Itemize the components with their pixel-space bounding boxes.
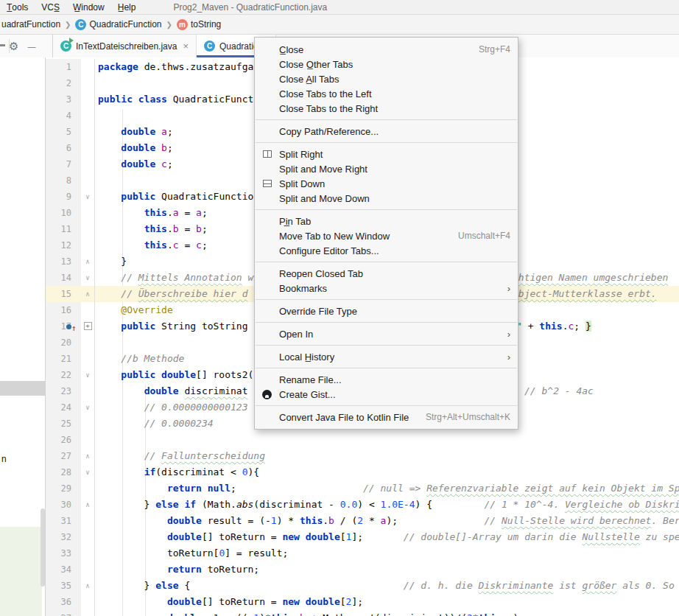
code-token: b (196, 223, 202, 234)
menu-item-override-file-type[interactable]: Override File Type (255, 304, 518, 318)
code-token: chtigen Namen umgeschrieben (513, 272, 668, 283)
fold-marker[interactable]: + (81, 318, 95, 335)
code-token: double (144, 385, 185, 396)
fold-marker[interactable]: ∧ (81, 497, 95, 513)
fold-marker[interactable]: ∧ (81, 578, 95, 594)
code-line[interactable]: 26 (46, 432, 679, 448)
project-panel-selected-row[interactable] (0, 381, 46, 396)
code-text: } else { // d. h. die Diskriminante ist … (95, 578, 679, 594)
code-token: QuadraticFunction( (161, 191, 265, 202)
code-token (98, 304, 121, 315)
code-token: // 0.0000000000123 (144, 402, 248, 413)
menu-item-close-tabs-to-the-left[interactable]: Close Tabs to the Left (255, 86, 518, 101)
code-line[interactable]: 29 return null; // null => Referenzvaria… (46, 480, 679, 497)
menubar-item[interactable]: W̲indow (66, 2, 111, 13)
breadcrumb-item[interactable]: mtoString (175, 19, 222, 30)
menu-item-label: Split and Move Right (279, 164, 510, 175)
code-token: + (522, 321, 539, 332)
code-token: . (502, 612, 507, 616)
menubar-item[interactable]: VCS̲ (35, 2, 66, 13)
menu-item-pi-n-tab[interactable]: Pi̲n Tab (255, 214, 518, 228)
menu-item-copy-path-reference-[interactable]: Copy Path/Reference... (255, 124, 518, 139)
code-line[interactable]: 35∧ } else { // d. h. die Diskriminante … (46, 578, 679, 594)
fold-marker[interactable]: ∨ (81, 464, 95, 480)
code-token: . (167, 239, 173, 251)
breadcrumb-item[interactable]: uadratFunction (0, 19, 62, 29)
code-line[interactable]: 34 return toReturn; (46, 561, 679, 578)
menu-item-bookmarks[interactable]: Bookmarks› (255, 281, 518, 295)
menu-item-local-h-istory[interactable]: Local H̲istory› (255, 349, 518, 364)
line-number: 26 (46, 432, 81, 448)
code-line[interactable]: 32 double[] toReturn = new double[1]; //… (46, 529, 679, 545)
code-token: new double (282, 531, 340, 542)
fold-marker[interactable]: ∧ (81, 286, 95, 302)
code-token (98, 385, 144, 396)
code-token (98, 142, 121, 153)
code-token: this (144, 239, 167, 251)
menu-item-label: Rename File... (279, 374, 510, 385)
menu-item-split-down[interactable]: Split Down (255, 176, 518, 191)
code-line[interactable]: 36 double[] toReturn = new double[2]; (46, 594, 679, 610)
line-number: 32 (46, 529, 81, 545)
code-line[interactable]: 30∧ } else if (Math.abs(discriminat - 0.… (46, 497, 679, 513)
menubar-item[interactable]: H̲elp (111, 2, 143, 13)
menu-item-convert-java-file-to-kotlin-file[interactable]: Convert Java File to Kotlin FileStrg+Alt… (255, 410, 518, 424)
code-line[interactable]: 37 double x1 = ((-1)*this.b + Math.sqrt(… (46, 610, 679, 616)
fold-gutter (81, 432, 95, 448)
hide-panel-icon[interactable]: — (27, 42, 35, 51)
close-tab-icon[interactable]: × (183, 41, 189, 52)
fold-marker[interactable]: ∧ (81, 448, 95, 464)
menu-item-reopen-closed-tab[interactable]: Reopen Closed Tab (255, 266, 518, 281)
project-panel[interactable]: n (0, 57, 46, 616)
menu-item-close-a-ll-tabs[interactable]: Close A̲ll Tabs (255, 71, 518, 86)
code-token: if (144, 466, 156, 477)
tab-context-menu: C̲loseStrg+F4Close O̲ther TabsClose A̲ll… (254, 37, 518, 430)
editor-tab[interactable]: CInTextDateischreiben.java× (53, 35, 197, 57)
submenu-arrow-icon: › (502, 351, 510, 363)
fold-marker[interactable]: ∨ (81, 270, 95, 286)
override-method-icon[interactable]: ↑ (66, 321, 80, 332)
menu-item-rename-file-[interactable]: Rename File... (255, 372, 518, 387)
gear-icon[interactable]: ⚙ (9, 40, 18, 53)
folded-region-icon[interactable]: + (84, 322, 92, 330)
project-panel-scrollbar[interactable] (41, 508, 45, 587)
menu-item-move-tab-to-new-window[interactable]: Move Tab to New WindowUmschalt+F4 (255, 228, 518, 243)
fold-marker[interactable]: ∨ (81, 189, 95, 205)
menubar-item[interactable]: T̲ools (0, 2, 35, 13)
code-token (98, 288, 121, 299)
line-number: 10 (46, 205, 81, 221)
code-token: public (121, 191, 161, 202)
code-token (98, 612, 167, 616)
fold-marker[interactable]: ∨ (81, 399, 95, 416)
breadcrumb-item[interactable]: CQuadraticFunction (74, 19, 163, 30)
code-line[interactable]: 31 double result = (-1) * this.b / (2 * … (46, 513, 679, 529)
menu-item-close-o-ther-tabs[interactable]: Close O̲ther Tabs (255, 57, 518, 71)
code-token: x1 = ((- (208, 612, 254, 616)
code-token: c (196, 239, 202, 251)
code-line[interactable]: 27∧ // Fallunterscheidung (46, 448, 679, 464)
fold-marker[interactable]: ∧ (81, 253, 95, 270)
code-token: [] toReturn = (202, 531, 283, 542)
menu-item-c-lose[interactable]: C̲loseStrg+F4 (255, 42, 518, 57)
code-line[interactable]: 33 toReturn[0] = result; (46, 545, 679, 561)
code-token: this (539, 321, 562, 332)
menu-item-split-and-move-right[interactable]: Split and Move Right (255, 161, 518, 176)
menu-item-label: Close Tabs to the Right (279, 103, 510, 114)
code-token (98, 466, 144, 477)
menu-item-label: Create Gist... (279, 389, 510, 400)
menu-item-open-in[interactable]: Open In› (255, 326, 518, 341)
code-token: ) < (357, 499, 380, 510)
code-line[interactable]: 28∨ if(discriminat < 0){ (46, 464, 679, 480)
menu-item-configure-editor-tabs-[interactable]: Configure Editor Tabs... (255, 243, 518, 258)
menu-item-split-and-move-down[interactable]: Split and Move Down (255, 191, 518, 206)
code-text-right-of-menu: // b^2 - 4ac (524, 383, 594, 399)
line-number: 15 (46, 286, 81, 302)
fold-gutter (81, 75, 95, 91)
menu-item-split-right[interactable]: Split Right (255, 147, 518, 161)
code-token: // null => (363, 483, 426, 494)
menu-item-create-gist-[interactable]: Create Gist... (255, 387, 518, 402)
code-token: Referenzvariable zeigt auf kein Objekt i… (426, 483, 679, 494)
code-token: } (98, 580, 155, 591)
fold-marker[interactable]: ∨ (81, 367, 95, 383)
menu-item-close-tabs-to-the-right[interactable]: Close Tabs to the Right (255, 101, 518, 116)
